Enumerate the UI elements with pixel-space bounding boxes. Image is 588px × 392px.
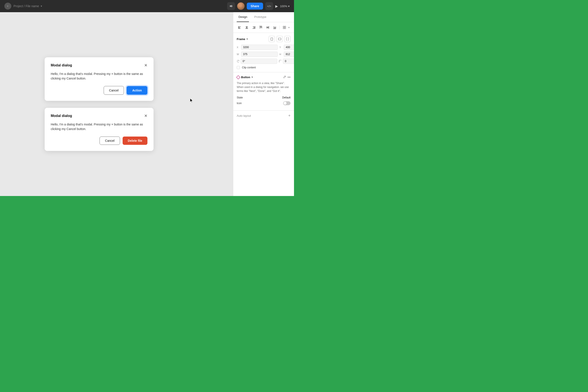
- svg-rect-25: [276, 26, 276, 28]
- icon-prop-label: Icon: [237, 102, 242, 105]
- svg-rect-4: [238, 28, 240, 28]
- breadcrumb-separator: /: [24, 4, 25, 8]
- breadcrumb: Project / File name ▾: [14, 4, 42, 8]
- svg-rect-27: [283, 26, 284, 27]
- canvas[interactable]: Modal dialog ✕ Hello, I'm a dialog that'…: [0, 12, 233, 196]
- h-input[interactable]: [284, 52, 294, 57]
- component-title[interactable]: Button ▾: [237, 76, 253, 79]
- svg-rect-17: [262, 26, 262, 28]
- svg-rect-29: [283, 28, 284, 29]
- dialogs-container: Modal dialog ✕ Hello, I'm a dialog that'…: [45, 57, 154, 151]
- clip-content-label: Clip content: [242, 66, 256, 69]
- share-button[interactable]: Share: [247, 2, 263, 10]
- tab-design[interactable]: Design: [237, 12, 249, 22]
- play-button[interactable]: ▶: [275, 4, 278, 8]
- right-panel: Design Prototype: [233, 12, 294, 196]
- auto-layout-section: Auto layout +: [233, 111, 294, 121]
- landscape-frame-icon[interactable]: [276, 36, 283, 42]
- breadcrumb-project[interactable]: Project: [14, 4, 23, 8]
- avatar[interactable]: [237, 2, 244, 10]
- rotation-input[interactable]: [241, 58, 277, 64]
- state-label: State: [237, 96, 243, 99]
- frame-options: [269, 36, 290, 42]
- cancel-button-1[interactable]: Cancel: [104, 86, 124, 95]
- grid-chevron-icon[interactable]: ▾: [288, 26, 290, 29]
- frame-section-header: Frame ▾: [237, 36, 290, 42]
- svg-rect-11: [253, 26, 255, 27]
- frame-section: Frame ▾ X: [233, 33, 294, 72]
- grid-icon[interactable]: [281, 24, 288, 30]
- clip-content-checkbox[interactable]: [237, 66, 240, 69]
- corner-input[interactable]: [283, 58, 294, 64]
- panel-tabs: Design Prototype: [233, 12, 294, 22]
- modal-footer-1: Cancel Action: [51, 86, 148, 95]
- svg-rect-16: [261, 26, 261, 28]
- audio-icon[interactable]: [227, 2, 235, 10]
- svg-rect-6: [238, 26, 239, 29]
- auto-layout-header: Auto layout +: [237, 114, 290, 118]
- component-header: Button ▾ •••: [237, 75, 290, 79]
- component-description: The primary action in a view, like "Shar…: [237, 81, 290, 93]
- chevron-down-icon[interactable]: ▾: [41, 4, 42, 8]
- modal-close-1[interactable]: ✕: [144, 63, 148, 67]
- xywh-grid: X Y W H: [237, 45, 290, 57]
- code-view-button[interactable]: </>: [265, 2, 273, 10]
- portrait-frame-icon[interactable]: [269, 36, 275, 42]
- edit-component-icon[interactable]: [283, 75, 286, 79]
- align-left-icon[interactable]: [237, 24, 243, 30]
- component-actions: •••: [283, 75, 290, 79]
- add-auto-layout-button[interactable]: +: [288, 114, 290, 118]
- delete-button-2[interactable]: Delete file: [122, 136, 148, 145]
- w-field: W: [237, 52, 278, 57]
- component-icon: [236, 75, 240, 80]
- svg-rect-18: [259, 26, 262, 26]
- svg-rect-3: [238, 26, 241, 27]
- w-input[interactable]: [241, 52, 278, 57]
- align-top-icon[interactable]: [258, 24, 264, 30]
- modal-header-2: Modal dialog ✕: [51, 114, 148, 118]
- more-options-icon[interactable]: •••: [288, 76, 290, 79]
- svg-rect-28: [285, 26, 286, 27]
- x-input[interactable]: [241, 45, 278, 50]
- align-toolbar: ▾: [233, 22, 294, 33]
- component-name: Button: [241, 76, 250, 79]
- x-field: X: [237, 45, 278, 50]
- topbar: Project / File name ▾ Share </> ▶ 100%: [0, 0, 294, 12]
- svg-rect-5: [238, 28, 240, 29]
- svg-rect-14: [255, 26, 256, 29]
- svg-rect-15: [260, 26, 260, 28]
- topbar-right: Share </> ▶ 100% ▾: [227, 2, 290, 10]
- align-right-icon[interactable]: [251, 24, 257, 30]
- svg-rect-22: [266, 27, 269, 28]
- main: Modal dialog ✕ Hello, I'm a dialog that'…: [0, 12, 294, 196]
- modal-header-1: Modal dialog ✕: [51, 63, 148, 67]
- svg-rect-26: [273, 29, 276, 29]
- rotation-row: [237, 58, 290, 64]
- cancel-button-2[interactable]: Cancel: [100, 136, 120, 145]
- svg-rect-13: [252, 28, 255, 29]
- modal-title-2: Modal dialog: [51, 114, 72, 118]
- y-label: Y: [280, 46, 282, 48]
- align-center-h-icon[interactable]: [244, 24, 250, 30]
- breadcrumb-filename[interactable]: File name: [26, 4, 39, 8]
- action-button-1[interactable]: Action: [126, 86, 148, 95]
- code-icon: </>: [267, 4, 271, 8]
- y-input[interactable]: [284, 45, 294, 50]
- figma-logo[interactable]: [4, 2, 11, 10]
- align-divider: [280, 26, 280, 30]
- zoom-control[interactable]: 100% ▾: [280, 4, 290, 8]
- resize-icon[interactable]: [284, 36, 290, 42]
- zoom-chevron-icon: ▾: [288, 4, 290, 8]
- corner-field: [279, 58, 294, 64]
- align-middle-v-icon[interactable]: [264, 24, 271, 30]
- h-label: H: [280, 53, 282, 56]
- svg-rect-31: [271, 38, 273, 40]
- component-chevron-icon: ▾: [252, 76, 253, 78]
- frame-title[interactable]: Frame ▾: [237, 38, 248, 41]
- icon-toggle[interactable]: [283, 101, 290, 105]
- modal-dialog-2: Modal dialog ✕ Hello, I'm a dialog that'…: [45, 108, 154, 151]
- modal-close-2[interactable]: ✕: [144, 114, 148, 118]
- component-section: Button ▾ ••• The primary action in a vie…: [233, 72, 294, 111]
- tab-prototype[interactable]: Prototype: [252, 12, 268, 22]
- align-bottom-icon[interactable]: [272, 24, 278, 30]
